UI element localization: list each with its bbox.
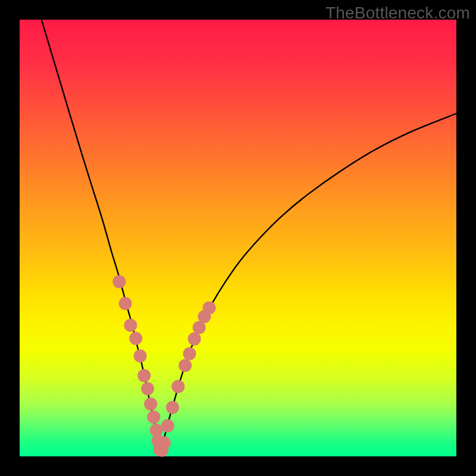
highlight-marker — [158, 436, 171, 449]
highlight-marker — [147, 411, 160, 424]
highlight-marker — [129, 332, 142, 345]
highlight-marker — [141, 382, 154, 395]
highlight-markers-group — [112, 275, 215, 456]
chart-frame: TheBottleneck.com — [0, 0, 476, 476]
watermark-text: TheBottleneck.com — [325, 4, 470, 23]
highlight-marker — [166, 401, 179, 414]
highlight-marker — [171, 380, 184, 393]
chart-svg — [20, 20, 456, 456]
highlight-marker — [112, 275, 126, 288]
highlight-marker — [119, 297, 132, 310]
highlight-marker — [203, 301, 216, 314]
highlight-marker — [134, 349, 147, 362]
highlight-marker — [150, 424, 163, 437]
curve-right-branch — [160, 114, 456, 453]
highlight-marker — [188, 333, 201, 346]
highlight-marker — [161, 419, 174, 433]
highlight-marker — [124, 319, 137, 332]
highlight-marker — [183, 347, 196, 361]
highlight-marker — [137, 369, 151, 382]
highlight-marker — [178, 359, 192, 372]
highlight-marker — [144, 397, 157, 411]
